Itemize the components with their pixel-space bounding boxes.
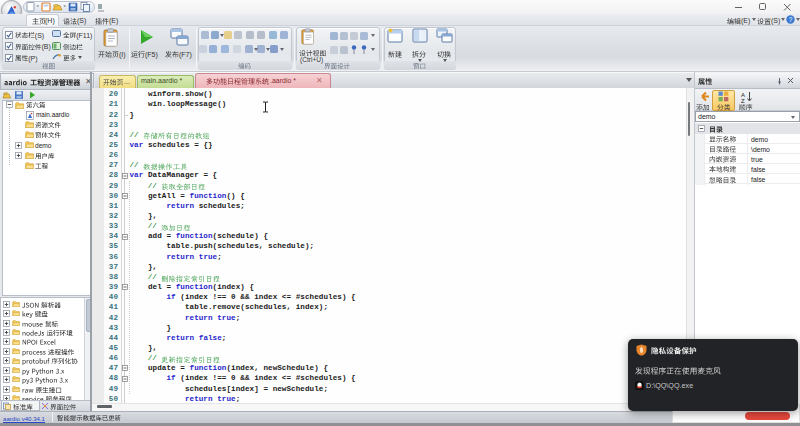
svg-text:Z: Z [741,97,745,103]
svg-text:?: ? [789,16,793,23]
